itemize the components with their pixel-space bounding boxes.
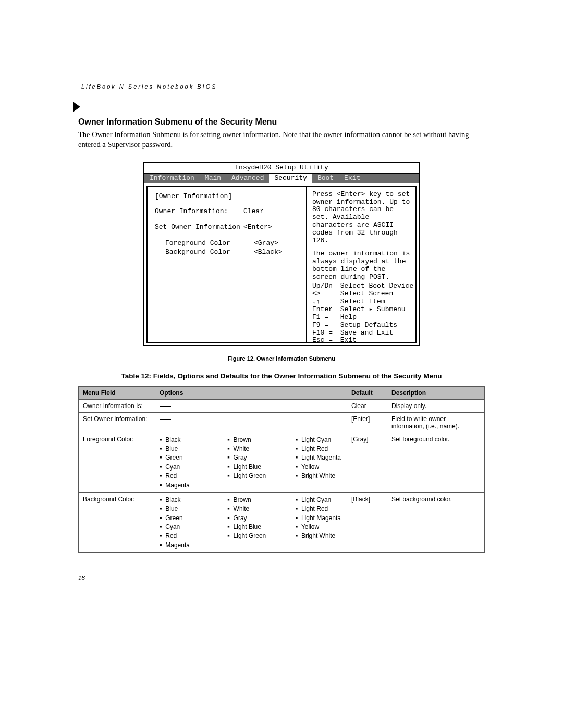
option-item: White [227, 445, 274, 453]
bios-field-label: Owner Information: [155, 208, 243, 216]
bios-field-label: Background Color [165, 249, 254, 256]
option-item: Black [160, 496, 206, 504]
cell-field: Foreground Color: [79, 433, 155, 492]
bios-field-label: Foreground Color [165, 240, 254, 248]
option-item: Light Green [227, 472, 274, 480]
figure-caption: Figure 12. Owner Information Submenu [78, 355, 485, 362]
option-item: Cyan [160, 463, 206, 472]
option-item: Light Blue [227, 523, 274, 532]
bios-tab-exit: Exit [339, 174, 365, 183]
option-item: Light Cyan [296, 496, 342, 504]
bios-help-line: <> Select Screen [312, 290, 411, 298]
option-item: Gray [227, 453, 274, 462]
option-item: Light Red [296, 504, 342, 513]
bios-help-line: F10 = Save and Exit [312, 329, 411, 337]
bios-help-para1: Press <Enter> key to set owner informati… [312, 191, 411, 245]
cell-options [155, 399, 347, 412]
table-header: Description [387, 386, 485, 399]
bios-field-value: Clear [243, 208, 264, 216]
bios-tab-advanced: Advanced [226, 174, 269, 183]
cell-field: Set Owner Information: [79, 412, 155, 433]
table-header: Options [155, 386, 347, 399]
bios-field-row: Background Color<Black> [155, 249, 302, 256]
section-title: Owner Information Submenu of the Securit… [78, 117, 485, 127]
cell-description: Field to write owner information, (i.e.,… [387, 412, 485, 433]
table-row: Foreground Color:BlackBlueGreenCyanRedMa… [79, 433, 485, 492]
option-item: Green [160, 514, 206, 523]
cell-default: Clear [347, 399, 387, 412]
option-item: Light Red [296, 445, 342, 453]
running-header: LifeBook N Series Notebook BIOS [78, 83, 485, 93]
option-item: Light Green [227, 532, 274, 540]
option-item: Brown [227, 436, 274, 445]
option-item: Brown [227, 496, 274, 504]
document-page: LifeBook N Series Notebook BIOS Owner In… [0, 0, 563, 728]
option-item: Magenta [160, 481, 206, 490]
bios-field-value: <Black> [254, 249, 283, 256]
cell-field: Background Color: [79, 492, 155, 552]
option-item: Light Magenta [296, 514, 342, 523]
bios-key-help: Up/Dn Select Boot Device<> Select Screen… [312, 282, 411, 345]
option-item: Blue [160, 504, 206, 513]
bios-help-pane: Press <Enter> key to set owner informati… [306, 186, 417, 343]
table-row: Set Owner Information:[Enter]Field to wr… [79, 412, 485, 433]
fields-table: Menu FieldOptionsDefaultDescription Owne… [78, 386, 485, 553]
option-item: Cyan [160, 523, 206, 532]
cell-options [155, 412, 347, 433]
cell-description: Display only. [387, 399, 485, 412]
bios-help-line: F1 = Help [312, 314, 411, 322]
bios-help-line: ↓↑ Select Item [312, 298, 411, 306]
bios-submenu-header: [Owner Information] [155, 193, 302, 201]
option-item: Light Magenta [296, 453, 342, 462]
bios-field-row: Foreground Color<Gray> [155, 240, 302, 248]
section-intro: The Owner Information Submenu is for set… [78, 130, 485, 150]
bios-help-line: Esc = Exit [312, 337, 411, 344]
margin-pointer-icon [73, 102, 80, 112]
option-item: Green [160, 453, 206, 462]
option-item: Light Cyan [296, 436, 342, 445]
cell-description: Set background color. [387, 492, 485, 552]
cell-field: Owner Information Is: [79, 399, 155, 412]
bios-help-line: Enter Select ▸ Submenu [312, 306, 411, 314]
bios-field-row: Set Owner Information<Enter> [155, 224, 302, 231]
bios-field-value: <Gray> [254, 240, 278, 248]
bios-help-line: Up/Dn Select Boot Device [312, 282, 411, 290]
bios-tab-information: Information [144, 174, 200, 183]
option-item: Red [160, 472, 206, 480]
table-row: Owner Information Is:ClearDisplay only. [79, 399, 485, 412]
cell-options: BlackBlueGreenCyanRedMagentaBrownWhiteGr… [155, 433, 347, 492]
table-row: Background Color:BlackBlueGreenCyanRedMa… [79, 492, 485, 552]
bios-left-pane: [Owner Information] Owner Information:Cl… [146, 186, 306, 343]
cell-default: [Enter] [347, 412, 387, 433]
option-item: Red [160, 532, 206, 540]
option-item: Gray [227, 514, 274, 523]
cell-default: [Gray] [347, 433, 387, 492]
bios-tab-bar: InformationMainAdvancedSecurityBootExit [144, 174, 419, 183]
bios-title: InsydeH20 Setup Utility [144, 163, 419, 174]
option-item: White [227, 504, 274, 513]
table-header: Default [347, 386, 387, 399]
option-item: Yellow [296, 463, 342, 472]
cell-description: Set foreground color. [387, 433, 485, 492]
page-number: 18 [78, 574, 485, 582]
bios-screenshot: InsydeH20 Setup Utility InformationMainA… [143, 162, 420, 346]
bios-tab-main: Main [200, 174, 226, 183]
bios-help-para2: The owner information is always displaye… [312, 250, 411, 281]
table-title: Table 12: Fields, Options and Defaults f… [78, 372, 485, 380]
option-item: Light Blue [227, 463, 274, 472]
option-item: Yellow [296, 523, 342, 532]
cell-options: BlackBlueGreenCyanRedMagentaBrownWhiteGr… [155, 492, 347, 552]
bios-field-value: <Enter> [243, 224, 272, 231]
bios-field-row: Owner Information:Clear [155, 208, 302, 216]
option-item: Bright White [296, 472, 342, 480]
option-item: Blue [160, 445, 206, 453]
option-item: Magenta [160, 541, 206, 550]
option-item: Black [160, 436, 206, 445]
option-item: Bright White [296, 532, 342, 540]
bios-tab-boot: Boot [312, 174, 339, 183]
bios-field-label: Set Owner Information [155, 224, 243, 231]
bios-tab-security: Security [269, 174, 312, 183]
cell-default: [Black] [347, 492, 387, 552]
bios-help-line: F9 = Setup Defaults [312, 322, 411, 329]
table-header: Menu Field [79, 386, 155, 399]
